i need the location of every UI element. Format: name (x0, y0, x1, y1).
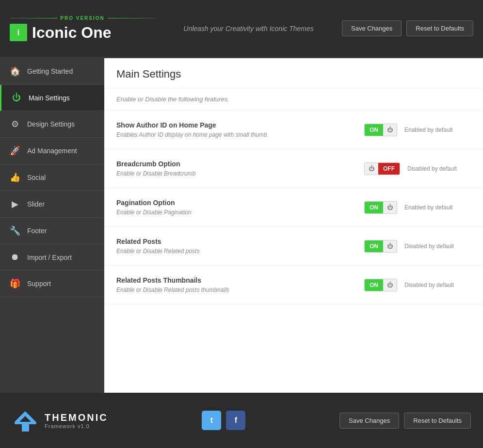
pro-line-left (10, 18, 57, 18)
sidebar-label-import-export: Import / Export (27, 254, 72, 261)
logo-area: PRO VERSION i Iconic One (10, 16, 155, 42)
setting-info-show-author-id: Show Author ID on Home Page Enables Auth… (116, 121, 364, 138)
toggle-pagination[interactable]: ON ⏻ (364, 201, 397, 214)
footer-logo-sub: Framework v1.0 (45, 423, 108, 429)
gear-icon: ⚙ (10, 119, 20, 129)
toggle-container-pagination: ON ⏻ Enabled by default (364, 201, 471, 214)
toggle-breadcrumb[interactable]: ⏻ OFF (364, 162, 400, 175)
toggle-container-related-posts: ON ⏻ Disabled by default (364, 240, 471, 253)
support-icon: 🎁 (10, 278, 20, 289)
header-tagline: Unleash your Creativity with Iconic Them… (155, 25, 342, 32)
setting-desc-show-author-id: Enables Author ID display on home page w… (116, 131, 364, 138)
setting-desc-related-posts: Enable or Disable Related posts (116, 248, 364, 255)
setting-desc-breadcrumb: Enable or Disable Breadcrumb (116, 170, 364, 177)
toggle-container-breadcrumb: ⏻ OFF Disabled by default (364, 162, 471, 175)
home-icon: 🏠 (10, 66, 20, 77)
sidebar-item-slider[interactable]: ▶ Slider (0, 191, 104, 218)
main-layout: 🏠 Getting Started ⏻ Main Settings ⚙ Desi… (0, 58, 483, 393)
sidebar-item-getting-started[interactable]: 🏠 Getting Started (0, 58, 104, 85)
footer: THEMONIC Framework v1.0 t f Save Changes… (0, 393, 483, 448)
setting-label-related-posts: Related Posts (116, 238, 364, 245)
twitter-button[interactable]: t (202, 411, 221, 430)
setting-label-pagination: Pagination Option (116, 199, 364, 207)
logo-main: i Iconic One (10, 24, 112, 42)
sidebar-label-slider: Slider (27, 200, 45, 208)
footer-buttons: Save Changes Reset to Defaults (339, 413, 471, 429)
toggle-power-off-btn-related-posts[interactable]: ⏻ (383, 240, 397, 252)
sidebar-item-import-export[interactable]: ⏺ Import / Export (0, 244, 104, 271)
setting-label-breadcrumb: Breadcrumb Option (116, 160, 364, 168)
status-related-thumbnails: Disabled by default (404, 282, 454, 288)
toggle-show-author-id[interactable]: ON ⏻ (364, 124, 397, 136)
setting-label-related-thumbnails: Related Posts Thumbnails (116, 276, 364, 284)
logo-text: Iconic One (32, 24, 112, 42)
setting-desc-pagination: Enable or Disable Pagination (116, 209, 364, 216)
play-icon: ▶ (10, 199, 20, 209)
content-subtitle: Enable or Disable the following features… (104, 88, 483, 111)
header: PRO VERSION i Iconic One Unleash your Cr… (0, 0, 483, 58)
status-show-author-id: Enabled by default (404, 127, 452, 133)
svg-rect-2 (22, 422, 29, 432)
status-breadcrumb: Disabled by default (407, 165, 457, 172)
header-reset-button[interactable]: Reset to Defaults (406, 20, 473, 36)
footer-logo-name: THEMONIC (45, 412, 108, 423)
toggle-on-label-related-posts[interactable]: ON (365, 240, 383, 252)
pro-badge: PRO VERSION (57, 16, 107, 21)
sidebar-item-footer[interactable]: 🔧 Footer (0, 218, 104, 244)
footer-logo-text: THEMONIC Framework v1.0 (45, 412, 108, 429)
sidebar-label-support: Support (27, 280, 51, 288)
setting-info-related-thumbnails: Related Posts Thumbnails Enable or Disab… (116, 276, 364, 293)
footer-logo: THEMONIC Framework v1.0 (12, 407, 108, 434)
pro-version-bar: PRO VERSION (10, 16, 155, 21)
toggle-on-label[interactable]: ON (365, 124, 383, 136)
toggle-container-show-author-id: ON ⏻ Enabled by default (364, 124, 471, 136)
toggle-on-label-related-thumbnails[interactable]: ON (365, 279, 383, 291)
setting-row-breadcrumb: Breadcrumb Option Enable or Disable Brea… (104, 149, 483, 188)
import-icon: ⏺ (10, 252, 20, 262)
toggle-on-label-pagination[interactable]: ON (365, 202, 383, 213)
sidebar: 🏠 Getting Started ⏻ Main Settings ⚙ Desi… (0, 58, 104, 393)
setting-info-pagination: Pagination Option Enable or Disable Pagi… (116, 199, 364, 216)
sidebar-item-social[interactable]: 👍 Social (0, 164, 104, 191)
sidebar-label-footer: Footer (27, 227, 47, 235)
themonic-logo-icon (12, 407, 39, 434)
sidebar-item-main-settings[interactable]: ⏻ Main Settings (0, 85, 104, 111)
pro-line (108, 18, 155, 18)
rocket-icon: 🚀 (10, 145, 20, 156)
setting-desc-related-thumbnails: Enable or Disable Related posts thumbnai… (116, 287, 364, 293)
toggle-off-label[interactable]: OFF (378, 163, 400, 175)
setting-label-show-author-id: Show Author ID on Home Page (116, 121, 364, 129)
wrench-icon: 🔧 (10, 225, 20, 236)
thumbs-up-icon: 👍 (10, 172, 20, 183)
sidebar-label-design-settings: Design Settings (27, 120, 75, 128)
toggle-power-off-btn-pagination[interactable]: ⏻ (383, 202, 397, 213)
toggle-power-off-btn-related-thumbnails[interactable]: ⏻ (383, 279, 397, 291)
toggle-power-on-btn[interactable]: ⏻ (365, 163, 378, 175)
sidebar-label-social: Social (27, 174, 46, 181)
toggle-related-thumbnails[interactable]: ON ⏻ (364, 279, 397, 291)
sidebar-item-support[interactable]: 🎁 Support (0, 271, 104, 297)
header-buttons: Save Changes Reset to Defaults (342, 20, 473, 36)
sidebar-item-ad-management[interactable]: 🚀 Ad Management (0, 138, 104, 164)
sidebar-item-design-settings[interactable]: ⚙ Design Settings (0, 111, 104, 138)
toggle-container-related-thumbnails: ON ⏻ Disabled by default (364, 279, 471, 291)
power-icon: ⏻ (11, 93, 22, 103)
toggle-power-off-btn[interactable]: ⏻ (383, 124, 397, 136)
content-area: Main Settings Enable or Disable the foll… (104, 58, 483, 393)
svg-marker-1 (15, 411, 36, 422)
footer-reset-button[interactable]: Reset to Defaults (404, 413, 471, 429)
status-pagination: Enabled by default (404, 204, 452, 211)
facebook-button[interactable]: f (226, 411, 245, 430)
setting-row-related-thumbnails: Related Posts Thumbnails Enable or Disab… (104, 266, 483, 304)
content-header: Main Settings (104, 58, 483, 88)
footer-save-button[interactable]: Save Changes (339, 413, 399, 429)
sidebar-label-main-settings: Main Settings (29, 94, 70, 102)
setting-info-related-posts: Related Posts Enable or Disable Related … (116, 238, 364, 255)
header-save-button[interactable]: Save Changes (342, 20, 402, 36)
toggle-related-posts[interactable]: ON ⏻ (364, 240, 397, 253)
status-related-posts: Disabled by default (404, 243, 454, 250)
setting-row-related-posts: Related Posts Enable or Disable Related … (104, 227, 483, 266)
sidebar-label-getting-started: Getting Started (27, 67, 73, 75)
footer-social: t f (108, 411, 339, 430)
setting-row-pagination: Pagination Option Enable or Disable Pagi… (104, 188, 483, 227)
